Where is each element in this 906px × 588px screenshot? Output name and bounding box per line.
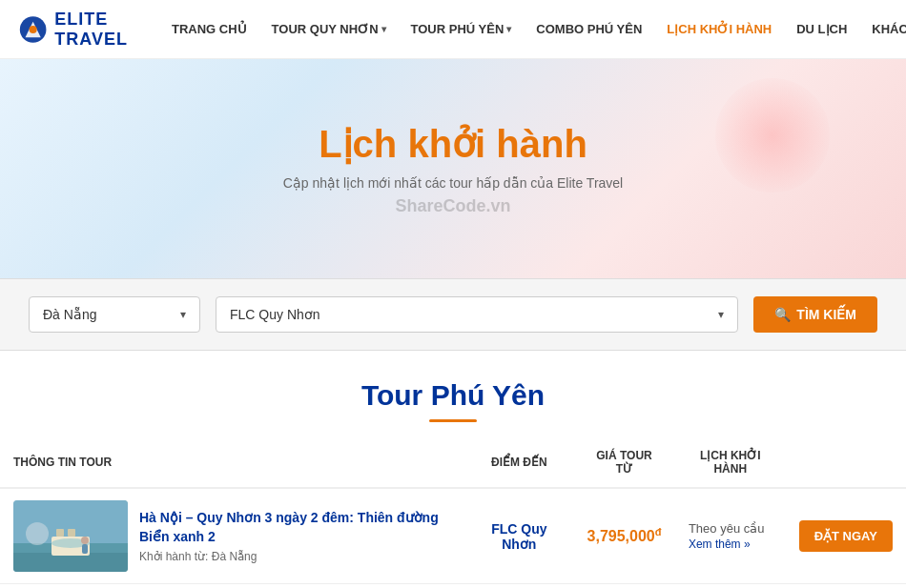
destination-select[interactable]: FLC Quy Nhơn ▾ (216, 296, 738, 333)
search-button[interactable]: 🔍 TÌM KIẾM (753, 296, 877, 333)
tour-image (13, 500, 128, 572)
search-bar: Đà Nẵng ▾ FLC Quy Nhơn ▾ 🔍 TÌM KIẾM (0, 278, 906, 351)
main-nav: TRANG CHỦ TOUR QUY NHƠN ▾ TOUR PHÚ YÊN ▾… (162, 14, 906, 44)
logo[interactable]: ELITE TRAVEL (19, 10, 162, 50)
chevron-down-icon: ▾ (381, 24, 386, 34)
price-value: 3,795,000 (587, 529, 655, 545)
svg-point-6 (26, 522, 49, 545)
section-underline (429, 419, 477, 422)
col-tour-info: THÔNG TIN TOUR (0, 437, 465, 488)
hero-banner: Lịch khởi hành Cập nhật lịch mới nhất cá… (0, 59, 906, 278)
logo-text: ELITE TRAVEL (54, 10, 162, 50)
nav-tour-quy-nhon[interactable]: TOUR QUY NHƠN ▾ (262, 14, 396, 44)
col-price: GIÁ TOUR TỪ (573, 437, 675, 488)
tour-table: THÔNG TIN TOUR ĐIỂM ĐẾN GIÁ TOUR TỪ LỊCH… (0, 437, 906, 588)
search-icon: 🔍 (774, 307, 791, 322)
table-row: Tour FLC Quy Nhơn 3 ngày 2 đêm: Thiên đư… (0, 584, 906, 589)
schedule-cell-2: Theo yêu cầu (675, 584, 786, 589)
action-cell: ĐẶT NGAY (786, 488, 906, 584)
schedule-text: Theo yêu cầu (689, 521, 772, 536)
table-row: Hà Nội – Quy Nhơn 3 ngày 2 đêm: Thiên đư… (0, 488, 906, 584)
price-unit: đ (655, 526, 662, 537)
destination-cell: FLC Quy Nhơn (465, 488, 574, 584)
tour-table-wrapper: THÔNG TIN TOUR ĐIỂM ĐẾN GIÁ TOUR TỪ LỊCH… (0, 437, 906, 588)
svg-rect-12 (82, 544, 88, 554)
hero-title: Lịch khởi hành (319, 122, 587, 166)
svg-rect-9 (68, 529, 75, 537)
nav-khach-san[interactable]: KHÁCH SẠN (862, 14, 906, 44)
destination-cell-2 (465, 584, 574, 589)
nav-trang-chu[interactable]: TRANG CHỦ (162, 14, 257, 44)
schedule-cell: Theo yêu cầu Xem thêm » (675, 488, 786, 584)
tour-details: Hà Nội – Quy Nhơn 3 ngày 2 đêm: Thiên đư… (139, 509, 452, 563)
svg-point-11 (81, 537, 89, 544)
header: ELITE TRAVEL TRANG CHỦ TOUR QUY NHƠN ▾ T… (0, 0, 906, 59)
chevron-down-icon: ▾ (180, 308, 186, 321)
price-cell-2 (573, 584, 675, 589)
col-destination: ĐIỂM ĐẾN (465, 437, 574, 488)
svg-point-2 (30, 25, 37, 32)
section-title-area: Tour Phú Yên (0, 351, 906, 437)
search-button-label: TÌM KIẾM (796, 307, 856, 322)
action-cell-2 (786, 584, 906, 589)
tour-thumbnail (13, 500, 128, 572)
destination-value: FLC Quy Nhơn (230, 307, 320, 322)
schedule-link[interactable]: Xem thêm » (689, 537, 772, 551)
col-schedule: LỊCH KHỞI HÀNH (675, 437, 786, 488)
tour-info-cell-2: Tour FLC Quy Nhơn 3 ngày 2 đêm: Thiên đư… (0, 584, 465, 589)
nav-tour-phu-yen[interactable]: TOUR PHÚ YÊN ▾ (402, 14, 522, 44)
hero-subtitle: Cập nhật lịch mới nhất các tour hấp dẫn … (283, 175, 623, 191)
chevron-down-icon: ▾ (718, 308, 724, 321)
tour-info-cell: Hà Nội – Quy Nhơn 3 ngày 2 đêm: Thiên đư… (0, 488, 465, 584)
hero-watermark: ShareCode.vn (395, 196, 510, 216)
nav-du-lich[interactable]: DU LỊCH (787, 14, 856, 44)
location-select[interactable]: Đà Nẵng ▾ (29, 296, 200, 333)
logo-icon (19, 12, 47, 47)
book-button[interactable]: ĐẶT NGAY (799, 520, 893, 552)
table-header-row: THÔNG TIN TOUR ĐIỂM ĐẾN GIÁ TOUR TỪ LỊCH… (0, 437, 906, 488)
tour-departure: Khởi hành từ: Đà Nẵng (139, 550, 452, 563)
section-title: Tour Phú Yên (19, 379, 887, 412)
location-value: Đà Nẵng (43, 307, 96, 322)
price-cell: 3,795,000đ (573, 488, 675, 584)
nav-combo-phu-yen[interactable]: COMBO PHÚ YÊN (526, 14, 651, 44)
chevron-down-icon: ▾ (506, 24, 511, 34)
tour-name: Hà Nội – Quy Nhơn 3 ngày 2 đêm: Thiên đư… (139, 509, 452, 546)
col-action (786, 437, 906, 488)
nav-lich-khoi-hanh[interactable]: LỊCH KHỞI HÀNH (657, 14, 781, 44)
svg-rect-8 (56, 529, 64, 537)
